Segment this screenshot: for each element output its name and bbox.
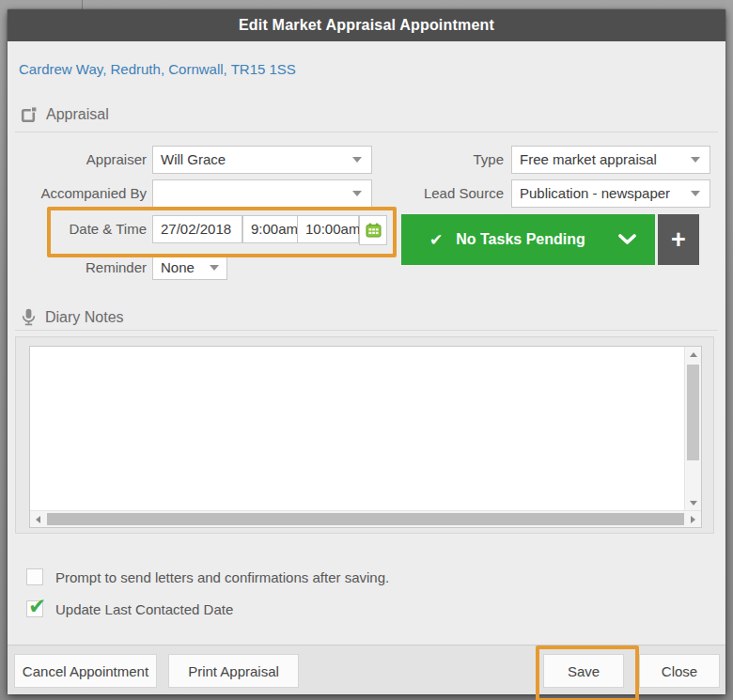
prompt-letters-option: ✔ Prompt to send letters and confirmatio… [26,568,389,586]
edit-appointment-modal: Edit Market Appraisal Appointment Cardre… [8,9,725,694]
chevron-down-icon [691,157,700,163]
type-label: Type [374,146,504,174]
calendar-icon [366,223,382,238]
tasks-button-label: No Tasks Pending [456,231,585,248]
scroll-right-button[interactable] [685,511,701,527]
update-last-contacted-option: ✔ Update Last Contacted Date [26,600,233,618]
prompt-letters-checkbox[interactable]: ✔ [26,568,43,585]
cancel-appointment-button[interactable]: Cancel Appointment [14,654,157,688]
chevron-down-icon [352,191,362,196]
appraiser-select[interactable]: Will Grace [152,146,372,174]
appraisal-section-header: Appraisal [21,106,109,123]
print-appraisal-button[interactable]: Print Appraisal [168,654,299,688]
appraisal-section-title: Appraisal [46,106,109,123]
close-button[interactable]: Close [639,654,720,688]
diary-notes-textarea[interactable] [29,346,702,528]
accompanied-by-select[interactable] [152,179,372,208]
modal-header: Edit Market Appraisal Appointment [8,9,725,41]
arrow-right-icon [691,516,695,523]
end-time-input[interactable]: 10:00am [297,215,359,243]
date-input[interactable]: 27/02/2018 [152,215,242,243]
scroll-left-button[interactable] [30,511,46,527]
check-icon: ✔ [429,230,443,250]
add-task-button[interactable]: + [658,214,699,265]
type-value: Free market appraisal [520,151,657,167]
date-time-label: Date & Time [8,215,147,243]
start-time-input[interactable]: 9:00am [242,215,299,243]
chevron-down-icon [691,191,700,196]
prompt-letters-label: Prompt to send letters and confirmations… [55,568,389,586]
vertical-scrollbar[interactable] [684,347,701,511]
lead-source-label: Lead Source [374,179,504,208]
horizontal-scrollbar-thumb[interactable] [47,513,684,525]
microphone-icon [21,308,37,326]
diary-notes-section-title: Diary Notes [45,309,124,326]
diary-notes-text[interactable] [34,350,680,506]
arrow-left-icon [36,516,40,523]
lead-source-select[interactable]: Publication - newspaper [511,179,710,208]
modal-footer: Cancel Appointment Print Appraisal Save … [8,645,725,694]
update-last-contacted-label: Update Last Contacted Date [55,600,233,618]
save-button[interactable]: Save [543,654,624,688]
horizontal-scrollbar[interactable] [30,510,701,527]
reminder-select[interactable]: None [152,256,227,280]
scroll-up-button[interactable] [685,347,701,363]
diary-notes-panel [15,336,714,534]
appraiser-value: Will Grace [161,151,226,167]
reminder-label: Reminder [8,256,147,280]
appraisal-board-icon [21,106,38,123]
no-tasks-pending-button[interactable]: ✔ No Tasks Pending [401,214,655,265]
type-select[interactable]: Free market appraisal [511,146,710,174]
arrow-down-icon [690,501,697,506]
vertical-scrollbar-thumb[interactable] [687,365,699,460]
appraiser-label: Appraiser [8,146,147,174]
page-background: Edit Market Appraisal Appointment Cardre… [0,0,733,700]
calendar-picker-button[interactable] [359,215,387,245]
modal-title: Edit Market Appraisal Appointment [239,17,494,34]
arrow-up-icon [690,352,697,357]
diary-divider [15,330,718,331]
update-last-contacted-checkbox[interactable]: ✔ [26,600,43,617]
chevron-down-icon [352,157,362,163]
chevron-down-icon [210,265,219,271]
appraisal-divider [15,132,718,132]
scroll-down-button[interactable] [685,495,701,511]
checkmark-icon: ✔ [28,594,46,619]
chevron-down-icon [618,234,636,245]
diary-notes-section-header: Diary Notes [21,308,124,326]
reminder-value: None [161,259,195,275]
accompanied-by-label: Accompanied By [8,179,147,208]
lead-source-value: Publication - newspaper [520,185,670,201]
plus-icon: + [671,226,686,255]
property-address-link[interactable]: Cardrew Way, Redruth, Cornwall, TR15 1SS [19,61,296,77]
